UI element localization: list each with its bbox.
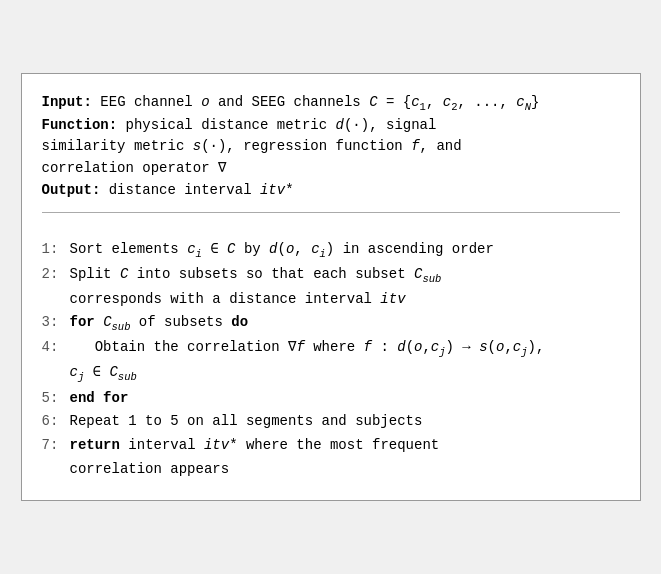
input-line: Input: EEG channel o and SEEG channels C… (42, 92, 620, 115)
step-num-2: 2: (42, 264, 70, 286)
function-text-2: similarity metric s(·), regression funct… (42, 136, 462, 158)
step-4: 4: Obtain the correlation ∇f where f : d… (42, 337, 620, 360)
step-2: 2: Split C into subsets so that each sub… (42, 264, 620, 287)
function-line-1: Function: physical distance metric d(·),… (42, 115, 620, 137)
function-line-3: correlation operator ∇ (42, 158, 620, 180)
step-content-4: Obtain the correlation ∇f where f : d(o,… (70, 337, 620, 360)
output-label: Output: (42, 180, 101, 202)
step-5: 5: end for (42, 388, 620, 410)
input-text: EEG channel o and SEEG channels C = {c1,… (92, 92, 539, 115)
step-num-3: 3: (42, 312, 70, 334)
step-4-continuation: cj ∈ Csub (42, 362, 620, 385)
function-label: Function: (42, 115, 118, 137)
step-content-7: return interval itv* where the most freq… (70, 435, 620, 457)
step-num-7: 7: (42, 435, 70, 457)
output-text: distance interval itv* (100, 180, 293, 202)
algorithm-box: Input: EEG channel o and SEEG channels C… (21, 73, 641, 502)
empty-line (42, 223, 620, 235)
steps-section: 1: Sort elements ci ∈ C by d(o, ci) in a… (42, 239, 620, 481)
step-content-3: for Csub of subsets do (70, 312, 620, 335)
step-content-2: Split C into subsets so that each subset… (70, 264, 620, 287)
step-content-6: Repeat 1 to 5 on all segments and subjec… (70, 411, 620, 433)
step-6: 6: Repeat 1 to 5 on all segments and sub… (42, 411, 620, 433)
step-num-5: 5: (42, 388, 70, 410)
header-section: Input: EEG channel o and SEEG channels C… (42, 92, 620, 213)
step-2-continuation: corresponds with a distance interval itv (42, 289, 620, 311)
input-label: Input: (42, 92, 92, 115)
step-num-4: 4: (42, 337, 70, 359)
step-7-continuation: correlation appears (42, 459, 620, 481)
step-num-1: 1: (42, 239, 70, 261)
output-line: Output: distance interval itv* (42, 180, 620, 202)
function-line-2: similarity metric s(·), regression funct… (42, 136, 620, 158)
step-3: 3: for Csub of subsets do (42, 312, 620, 335)
step-7: 7: return interval itv* where the most f… (42, 435, 620, 457)
function-text-3: correlation operator ∇ (42, 158, 227, 180)
step-num-6: 6: (42, 411, 70, 433)
function-text-1: physical distance metric d(·), signal (117, 115, 436, 137)
step-1: 1: Sort elements ci ∈ C by d(o, ci) in a… (42, 239, 620, 262)
step-content-1: Sort elements ci ∈ C by d(o, ci) in asce… (70, 239, 620, 262)
step-content-5: end for (70, 388, 620, 410)
